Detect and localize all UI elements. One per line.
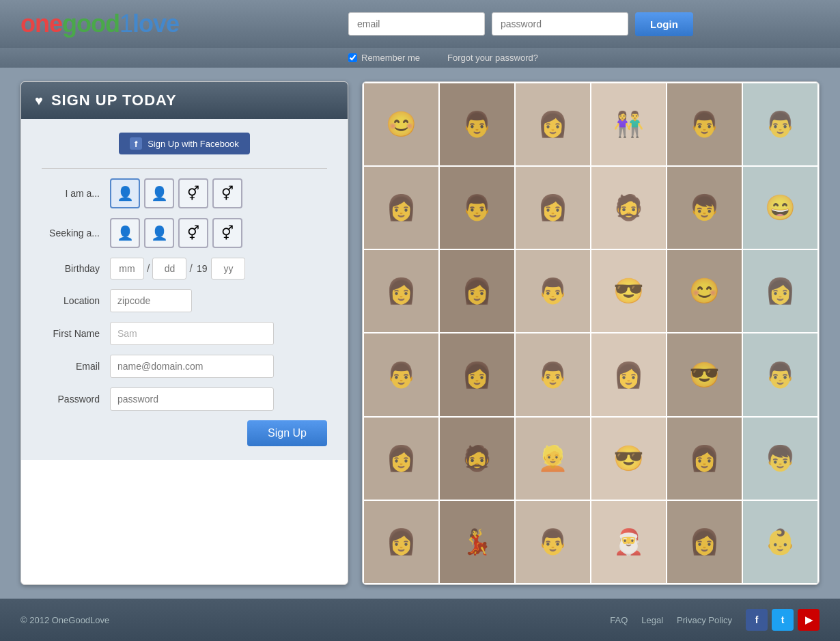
signup-email-input[interactable] [110, 355, 274, 378]
twitter-social-button[interactable]: t [772, 609, 794, 631]
location-input[interactable] [110, 289, 192, 312]
heart-icon: ♥ [35, 93, 43, 109]
list-item: 👩 [364, 167, 438, 249]
facebook-social-button[interactable]: f [746, 609, 768, 631]
header-remember-area: Remember me Forgot your password? [0, 48, 840, 68]
list-item: 👫 [591, 83, 666, 165]
logo-good: good [62, 10, 120, 38]
list-item: 👦 [667, 167, 742, 249]
list-item: 👨 [516, 333, 590, 415]
header-top: onegood1love Login [0, 0, 840, 48]
i-am-label: I am a... [42, 188, 110, 199]
seeking-woman-button[interactable]: 👤 [144, 218, 174, 248]
footer: © 2012 OneGoodLove FAQ Legal Privacy Pol… [0, 599, 840, 641]
list-item: 👩 [364, 250, 438, 332]
main-content: ♥ SIGN UP TODAY f Sign Up with Facebook … [0, 68, 840, 599]
list-item: 👨 [516, 250, 590, 332]
remember-checkbox[interactable] [348, 53, 357, 62]
list-item: 👱 [516, 418, 590, 500]
list-item: 🧔 [591, 167, 666, 249]
seeking-couple-woman-button[interactable]: ⚥ [212, 218, 242, 248]
list-item: 👨 [440, 83, 514, 165]
list-item: 👨 [516, 501, 590, 583]
password-input[interactable] [492, 12, 628, 36]
logo: onegood1love [20, 10, 348, 38]
seeking-couple-man-button[interactable]: ⚥ [178, 218, 208, 248]
list-item: 😊 [364, 83, 438, 165]
social-icons: f t ▶ [746, 609, 820, 631]
list-item: 😄 [743, 167, 817, 249]
logo-area: onegood1love [20, 10, 348, 38]
list-item: 👩 [516, 83, 590, 165]
list-item: 👩 [591, 333, 666, 415]
seeking-row: Seeking a... 👤 👤 ⚥ ⚥ [42, 218, 327, 248]
email-row: Email [42, 355, 327, 378]
email-label: Email [42, 361, 110, 372]
birthday-yy-input[interactable] [211, 258, 245, 279]
forgot-password-link[interactable]: Forgot your password? [447, 53, 538, 63]
list-item: 👶 [743, 501, 817, 583]
list-item: 👨 [743, 333, 817, 415]
seeking-label: Seeking a... [42, 228, 110, 238]
list-item: 👩 [667, 501, 742, 583]
i-am-options: 👤 👤 ⚥ ⚥ [110, 178, 242, 208]
list-item: 😎 [591, 418, 666, 500]
faq-link[interactable]: FAQ [610, 615, 628, 625]
firstname-label: First Name [42, 328, 110, 339]
list-item: 👨 [667, 83, 742, 165]
signup-body: f Sign Up with Facebook I am a... 👤 👤 ⚥ … [21, 119, 348, 460]
list-item: 👨 [440, 167, 514, 249]
firstname-input[interactable] [110, 322, 274, 345]
list-item: 😎 [667, 333, 742, 415]
i-am-row: I am a... 👤 👤 ⚥ ⚥ [42, 178, 327, 208]
login-button[interactable]: Login [635, 12, 693, 36]
signup-title: SIGN UP TODAY [51, 92, 177, 109]
birthday-sep-1: / [147, 262, 150, 275]
list-item: 👩 [364, 418, 438, 500]
facebook-signup-button[interactable]: f Sign Up with Facebook [119, 133, 250, 154]
list-item: 👩 [516, 167, 590, 249]
birthday-label: Birthday [42, 263, 110, 274]
i-am-woman-button[interactable]: 👤 [144, 178, 174, 208]
list-item: 👨 [364, 333, 438, 415]
i-am-couple-woman-button[interactable]: ⚥ [212, 178, 242, 208]
list-item: 👩 [743, 250, 817, 332]
birthday-mm-input[interactable] [110, 258, 144, 279]
list-item: 👩 [440, 250, 514, 332]
list-item: 🧔 [440, 418, 514, 500]
logo-1: 1 [120, 10, 132, 38]
i-am-man-button[interactable]: 👤 [110, 178, 140, 208]
password-row: Password [42, 387, 327, 411]
list-item: 👩 [364, 501, 438, 583]
birthday-row: Birthday / / 19 [42, 258, 327, 279]
seeking-man-button[interactable]: 👤 [110, 218, 140, 248]
birthday-sep-2: / [189, 262, 192, 275]
location-label: Location [42, 295, 110, 306]
footer-links: FAQ Legal Privacy Policy f t ▶ [610, 609, 820, 631]
facebook-icon: f [130, 137, 142, 150]
i-am-couple-man-button[interactable]: ⚥ [178, 178, 208, 208]
photo-grid-panel: 😊 👨 👩 👫 👨 👨 👩 👨 👩 🧔 👦 😄 👩 👩 👨 😎 😊 👩 👨 👩 … [362, 81, 820, 585]
list-item: 💃 [440, 501, 514, 583]
signup-button[interactable]: Sign Up [247, 420, 327, 446]
seeking-options: 👤 👤 ⚥ ⚥ [110, 218, 242, 248]
signup-btn-row: Sign Up [42, 420, 327, 446]
signup-header: ♥ SIGN UP TODAY [21, 82, 348, 119]
privacy-link[interactable]: Privacy Policy [677, 615, 732, 625]
legal-link[interactable]: Legal [641, 615, 663, 625]
email-input[interactable] [348, 12, 485, 36]
signup-panel: ♥ SIGN UP TODAY f Sign Up with Facebook … [20, 81, 348, 585]
list-item: 👦 [743, 418, 817, 500]
location-row: Location [42, 289, 327, 312]
list-item: 😊 [667, 250, 742, 332]
birthday-19: 19 [195, 263, 209, 274]
youtube-social-button[interactable]: ▶ [798, 609, 820, 631]
birthday-inputs: / / 19 [110, 258, 245, 279]
copyright: © 2012 OneGoodLove [20, 615, 109, 625]
logo-love: love [132, 10, 179, 38]
signup-password-input[interactable] [110, 387, 274, 411]
remember-content: Remember me Forgot your password? [348, 53, 538, 63]
birthday-dd-input[interactable] [152, 258, 186, 279]
remember-me-label[interactable]: Remember me [348, 53, 420, 63]
list-item: 👩 [440, 333, 514, 415]
